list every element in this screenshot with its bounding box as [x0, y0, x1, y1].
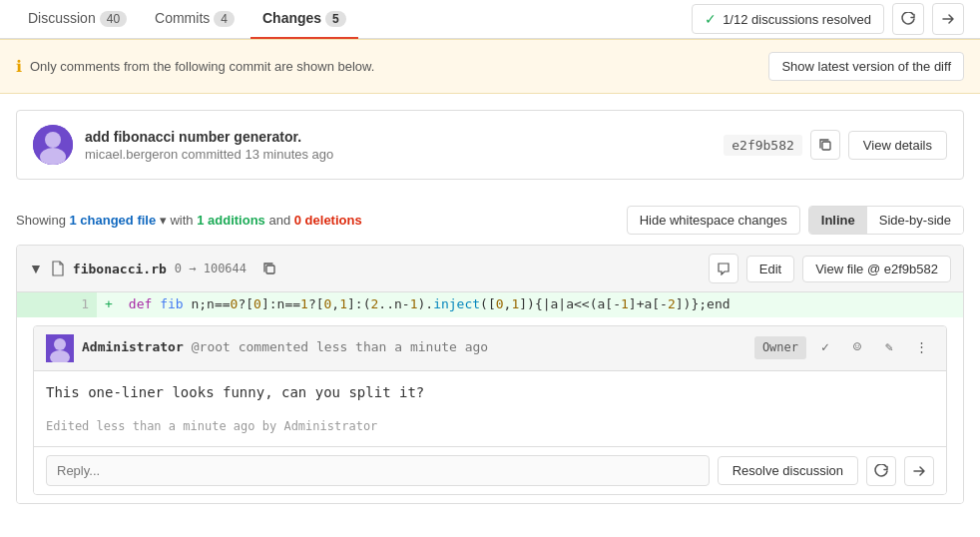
avatar-image [33, 125, 73, 165]
diff-table: 1 + def fib n;n==0?[0]:n==1?[0,1]:(2..n-… [17, 292, 963, 503]
tab-discussion[interactable]: Discussion40 [16, 0, 139, 39]
file-icon [51, 261, 65, 276]
view-details-button[interactable]: View details [848, 131, 947, 160]
tabs-left: Discussion40 Commits4 Changes5 [16, 0, 358, 38]
check-icon: ✓ [705, 11, 717, 27]
diff-header: ▼ fibonacci.rb 0 → 100644 [17, 246, 963, 292]
refresh-icon-button[interactable] [892, 3, 924, 35]
reply-forward-button[interactable] [904, 456, 934, 486]
edit-button[interactable]: Edit [746, 256, 794, 282]
tab-discussion-label: Discussion [28, 10, 96, 26]
info-icon: ℹ [16, 57, 22, 76]
diff-line-add: 1 + def fib n;n==0?[0]:n==1?[0,1]:(2..n-… [17, 292, 963, 317]
refresh-icon [901, 12, 915, 26]
tab-changes-badge: 5 [325, 11, 346, 27]
reply-forward-icon [912, 464, 926, 478]
comment-avatar-image [46, 334, 74, 362]
comment-author: Administrator [82, 337, 184, 358]
showing-bar: Showing 1 changed file ▾ with 1 addition… [0, 196, 980, 245]
side-by-side-button[interactable]: Side-by-side [867, 207, 963, 234]
tab-commits[interactable]: Commits4 [143, 0, 246, 39]
showing-prefix: Showing [16, 213, 66, 228]
commit-info: add fibonacci number generator. micael.b… [85, 129, 333, 162]
show-latest-button[interactable]: Show latest version of the diff [768, 52, 964, 81]
tab-discussion-badge: 40 [100, 11, 127, 27]
comment-body: This one-liner looks funny, can you spli… [34, 371, 946, 413]
tab-commits-label: Commits [155, 10, 210, 26]
diff-path: 0 → 100644 [175, 262, 246, 275]
add-comment-button[interactable] [709, 254, 738, 283]
comment-container: Administrator @root commented less than … [33, 325, 947, 496]
edit-comment-button[interactable]: ✎ [876, 335, 902, 361]
diff-area: ▼ fibonacci.rb 0 → 100644 [16, 245, 964, 504]
comment-time: @root commented less than a minute ago [192, 337, 488, 358]
reply-refresh-icon [874, 464, 888, 478]
showing-with: with [170, 213, 193, 228]
info-bar: ℹ Only comments from the following commi… [0, 39, 980, 94]
tabs-right: ✓ 1/12 discussions resolved [692, 3, 964, 35]
commit-card: add fibonacci number generator. micael.b… [16, 110, 964, 180]
tab-commits-badge: 4 [214, 11, 235, 27]
line-sign: + [97, 292, 121, 317]
owner-badge: Owner [754, 336, 806, 359]
comment-icon [717, 262, 731, 275]
hide-whitespace-button[interactable]: Hide whitespace changes [627, 206, 800, 235]
copy-filename-icon [262, 262, 276, 275]
view-buttons: Hide whitespace changes Inline Side-by-s… [627, 206, 964, 235]
view-file-button[interactable]: View file @ e2f9b582 [802, 256, 951, 282]
deletions-text: 0 deletions [294, 213, 362, 228]
collapse-button[interactable]: ▼ [29, 261, 43, 276]
resolve-comment-button[interactable]: ✓ [812, 335, 838, 361]
view-toggle: Inline Side-by-side [808, 206, 964, 235]
commit-left: add fibonacci number generator. micael.b… [33, 125, 333, 165]
commit-right: e2f9b582 View details [724, 130, 947, 160]
comment-row: Administrator @root commented less than … [17, 317, 963, 504]
line-num-old [17, 292, 57, 317]
comment-header-right: Owner ✓ ☺ ✎ ⋮ [754, 335, 934, 361]
info-bar-left: ℹ Only comments from the following commi… [16, 57, 374, 76]
comment-header-left: Administrator @root commented less than … [46, 334, 488, 362]
diff-header-right: Edit View file @ e2f9b582 [709, 254, 951, 283]
info-bar-message: Only comments from the following commit … [30, 59, 374, 74]
inline-button[interactable]: Inline [809, 207, 867, 234]
resolve-discussion-button[interactable]: Resolve discussion [718, 456, 858, 485]
showing-text: Showing 1 changed file ▾ with 1 addition… [16, 213, 362, 228]
copy-sha-button[interactable] [810, 130, 840, 160]
commit-sha: e2f9b582 [724, 135, 802, 156]
tab-changes-label: Changes [262, 10, 321, 26]
comment-edited: Edited less than a minute ago by Adminis… [34, 413, 946, 446]
reply-refresh-button[interactable] [866, 456, 896, 486]
commit-title: add fibonacci number generator. [85, 129, 333, 145]
additions-text: 1 additions [197, 213, 265, 228]
copy-filename-button[interactable] [254, 254, 284, 283]
tab-changes[interactable]: Changes5 [250, 0, 358, 39]
showing-and: and [268, 213, 290, 228]
tabs-bar: Discussion40 Commits4 Changes5 ✓ 1/12 di… [0, 0, 980, 39]
reply-input[interactable] [46, 455, 710, 486]
svg-rect-3 [822, 142, 830, 150]
line-num-new: 1 [57, 292, 97, 317]
comment-avatar [46, 334, 74, 362]
diff-filename: fibonacci.rb [73, 262, 167, 276]
diff-header-left: ▼ fibonacci.rb 0 → 100644 [29, 254, 284, 283]
svg-point-6 [54, 338, 66, 350]
diff-line-code: def fib n;n==0?[0]:n==1?[0,1]:(2..n-1).i… [121, 292, 963, 317]
forward-icon [941, 12, 955, 26]
comment-header: Administrator @root commented less than … [34, 326, 946, 371]
reply-bar: Resolve discussion [34, 446, 946, 494]
commit-meta: micael.bergeron committed 13 minutes ago [85, 147, 333, 162]
resolved-label: 1/12 discussions resolved [723, 12, 871, 27]
svg-rect-4 [266, 266, 274, 273]
copy-icon [818, 138, 832, 152]
avatar [33, 125, 73, 165]
changed-file-link[interactable]: 1 changed file [70, 213, 157, 228]
comment-cell: Administrator @root commented less than … [17, 317, 963, 504]
emoji-reaction-button[interactable]: ☺ [844, 335, 870, 361]
svg-point-1 [45, 132, 61, 148]
resolved-button[interactable]: ✓ 1/12 discussions resolved [692, 4, 884, 34]
more-actions-button[interactable]: ⋮ [908, 335, 934, 361]
forward-icon-button[interactable] [932, 3, 964, 35]
